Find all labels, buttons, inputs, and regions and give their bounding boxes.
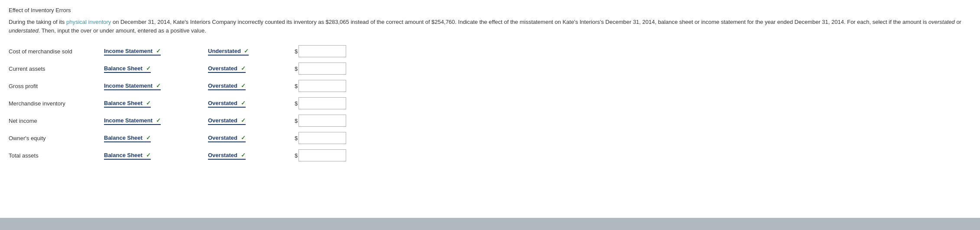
row-status-6[interactable]: Overstated ✓ (208, 151, 295, 160)
statement-badge-3[interactable]: Balance Sheet ✓ (104, 100, 151, 108)
row-status-2[interactable]: Overstated ✓ (208, 82, 295, 90)
row-amount-3[interactable]: $ (295, 97, 364, 109)
statement-check-1: ✓ (146, 65, 151, 72)
row-label-4: Net income (9, 118, 104, 124)
intro-highlight: physical inventory (66, 19, 111, 25)
status-badge-5[interactable]: Overstated ✓ (208, 135, 246, 142)
statement-check-2: ✓ (156, 82, 161, 89)
dollar-sign-2: $ (295, 83, 298, 89)
statement-check-0: ✓ (156, 48, 161, 54)
dollar-sign-4: $ (295, 118, 298, 124)
row-status-1[interactable]: Overstated ✓ (208, 65, 295, 73)
table-row: Owner's equity Balance Sheet ✓ Overstate… (9, 129, 971, 147)
intro-italic2: understated (9, 27, 39, 34)
row-label-5: Owner's equity (9, 135, 104, 141)
amount-input-4[interactable] (299, 115, 346, 127)
row-label-1: Current assets (9, 66, 104, 72)
table-row: Current assets Balance Sheet ✓ Overstate… (9, 60, 971, 77)
status-badge-6[interactable]: Overstated ✓ (208, 152, 246, 160)
status-badge-4[interactable]: Overstated ✓ (208, 117, 246, 125)
statement-badge-0[interactable]: Income Statement ✓ (104, 48, 161, 56)
table-row: Total assets Balance Sheet ✓ Overstated … (9, 147, 971, 164)
status-badge-3[interactable]: Overstated ✓ (208, 100, 246, 108)
amount-input-5[interactable] (299, 132, 346, 144)
status-badge-2[interactable]: Overstated ✓ (208, 82, 246, 90)
intro-italic1: overstated (928, 19, 955, 25)
row-amount-4[interactable]: $ (295, 115, 364, 127)
dollar-sign-1: $ (295, 66, 298, 72)
table-row: Merchandise inventory Balance Sheet ✓ Ov… (9, 95, 971, 112)
row-status-4[interactable]: Overstated ✓ (208, 117, 295, 125)
status-check-2: ✓ (241, 82, 246, 89)
row-statement-4[interactable]: Income Statement ✓ (104, 117, 208, 125)
row-label-6: Total assets (9, 152, 104, 159)
row-statement-6[interactable]: Balance Sheet ✓ (104, 151, 208, 160)
statement-badge-6[interactable]: Balance Sheet ✓ (104, 152, 151, 160)
row-status-3[interactable]: Overstated ✓ (208, 99, 295, 108)
row-amount-0[interactable]: $ (295, 45, 364, 57)
amount-input-2[interactable] (299, 80, 346, 92)
amount-input-3[interactable] (299, 97, 346, 109)
dollar-sign-3: $ (295, 100, 298, 107)
amount-input-1[interactable] (299, 62, 346, 75)
statement-check-4: ✓ (156, 117, 161, 124)
statement-check-6: ✓ (146, 152, 151, 158)
table-row: Net income Income Statement ✓ Overstated… (9, 112, 971, 129)
page-title: Effect of Inventory Errors (9, 7, 971, 13)
row-label-0: Cost of merchandise sold (9, 48, 104, 55)
table-row: Cost of merchandise sold Income Statemen… (9, 43, 971, 60)
row-statement-5[interactable]: Balance Sheet ✓ (104, 134, 208, 142)
table-row: Gross profit Income Statement ✓ Overstat… (9, 77, 971, 95)
status-check-6: ✓ (241, 152, 246, 158)
status-check-3: ✓ (241, 100, 246, 106)
statement-badge-5[interactable]: Balance Sheet ✓ (104, 135, 151, 142)
status-check-5: ✓ (241, 135, 246, 141)
dollar-sign-0: $ (295, 48, 298, 55)
row-status-0[interactable]: Understated ✓ (208, 47, 295, 56)
row-amount-2[interactable]: $ (295, 80, 364, 92)
status-check-1: ✓ (241, 65, 246, 72)
intro-part2: on December 31, 2014, Kate's Interiors C… (111, 19, 928, 25)
statement-badge-2[interactable]: Income Statement ✓ (104, 82, 161, 90)
intro-paragraph: During the taking of its physical invent… (9, 18, 971, 35)
statement-badge-1[interactable]: Balance Sheet ✓ (104, 65, 151, 73)
row-amount-5[interactable]: $ (295, 132, 364, 144)
status-badge-1[interactable]: Overstated ✓ (208, 65, 246, 73)
amount-input-0[interactable] (299, 45, 346, 57)
row-statement-2[interactable]: Income Statement ✓ (104, 82, 208, 90)
intro-part3: or (955, 19, 961, 25)
amount-input-6[interactable] (299, 149, 346, 161)
row-statement-1[interactable]: Balance Sheet ✓ (104, 65, 208, 73)
status-badge-0[interactable]: Understated ✓ (208, 48, 249, 56)
status-check-4: ✓ (241, 117, 246, 124)
row-amount-6[interactable]: $ (295, 149, 364, 161)
statement-badge-4[interactable]: Income Statement ✓ (104, 117, 161, 125)
dollar-sign-6: $ (295, 152, 298, 159)
row-label-2: Gross profit (9, 83, 104, 89)
row-statement-3[interactable]: Balance Sheet ✓ (104, 99, 208, 108)
status-check-0: ✓ (244, 48, 249, 54)
intro-part1: During the taking of its (9, 19, 66, 25)
statement-check-5: ✓ (146, 135, 151, 141)
row-status-5[interactable]: Overstated ✓ (208, 134, 295, 142)
intro-part4: . Then, input the over or under amount, … (39, 27, 206, 34)
row-amount-1[interactable]: $ (295, 62, 364, 75)
dollar-sign-5: $ (295, 135, 298, 141)
main-table: Cost of merchandise sold Income Statemen… (9, 43, 971, 164)
statement-check-3: ✓ (146, 100, 151, 106)
row-label-3: Merchandise inventory (9, 100, 104, 107)
row-statement-0[interactable]: Income Statement ✓ (104, 47, 208, 56)
